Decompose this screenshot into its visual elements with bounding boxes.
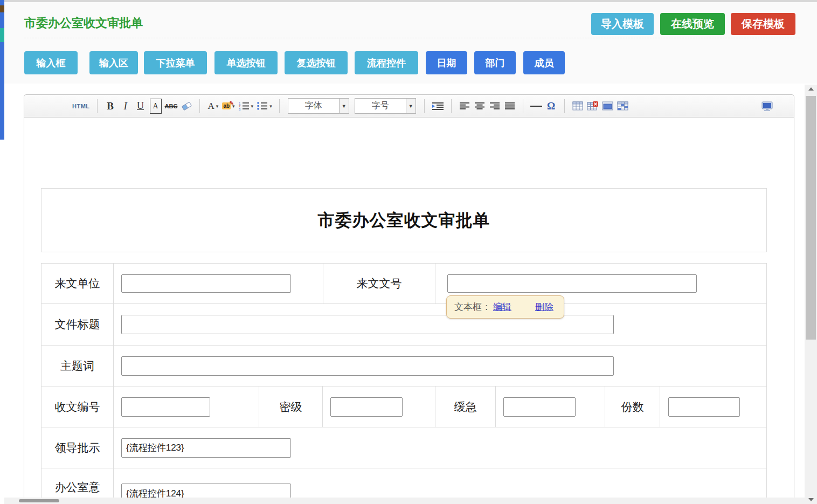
html-source-button[interactable]: HTML <box>72 99 90 114</box>
widget-button-date[interactable]: 日期 <box>426 51 467 74</box>
widget-button-member[interactable]: 成员 <box>523 51 565 74</box>
widget-action-tooltip: 文本框： 编辑 删除 <box>446 295 564 319</box>
fullscreen-icon <box>761 101 773 111</box>
font-family-value: 字体 <box>288 99 339 113</box>
table-properties-button[interactable] <box>602 99 614 114</box>
font-size-select[interactable]: 字号 ▼ <box>355 98 416 114</box>
widget-button-input-box[interactable]: 输入框 <box>24 51 78 74</box>
content-area: HTML B I U A ABC A <box>4 84 805 498</box>
widget-button-flow-control[interactable]: 流程控件 <box>355 51 418 74</box>
widget-button-dropdown[interactable]: 下拉菜单 <box>144 51 207 74</box>
eraser-icon <box>181 101 192 111</box>
align-justify-button[interactable] <box>504 99 516 114</box>
receipt-number-input[interactable] <box>121 397 210 417</box>
unordered-list-button[interactable]: ▾ <box>257 99 272 114</box>
editor-toolbar: HTML B I U A ABC A <box>24 95 794 118</box>
insert-table-button[interactable] <box>572 99 584 114</box>
widget-button-department[interactable]: 部门 <box>474 51 516 74</box>
align-center-button[interactable] <box>474 99 486 114</box>
strikethrough-button[interactable]: ABC <box>165 99 178 114</box>
widget-button-checkbox[interactable]: 复选按钮 <box>285 51 348 74</box>
font-family-select[interactable]: 字体 ▼ <box>288 98 349 114</box>
delete-table-button[interactable] <box>587 99 599 114</box>
label-incoming-unit: 来文单位 <box>41 264 113 303</box>
table-row: 主题词 <box>41 345 766 386</box>
rich-text-editor: HTML B I U A ABC A <box>24 94 794 498</box>
widget-button-textarea[interactable]: 输入区 <box>89 51 138 74</box>
special-char-button[interactable]: Ω <box>545 99 557 114</box>
arrow-up-icon <box>808 87 814 91</box>
underline-button[interactable]: U <box>135 99 147 114</box>
editor-document[interactable]: 市委办公室收文审批单 来文单位 来文文号 <box>24 118 794 498</box>
align-justify-icon <box>504 102 515 110</box>
table-row: 办公室意 <box>41 468 766 498</box>
style-box-button[interactable]: A <box>150 99 162 114</box>
scroll-up-button[interactable] <box>805 85 817 93</box>
import-template-button[interactable]: 导入模板 <box>591 13 654 35</box>
fullscreen-button[interactable] <box>761 99 773 114</box>
chevron-down-icon: ▼ <box>406 99 416 113</box>
label-leader-instructions: 领导批示 <box>41 427 113 468</box>
document-title: 市委办公室收文审批单 <box>318 209 490 232</box>
ordered-list-icon: 1 2 3 <box>238 101 250 111</box>
cell <box>113 304 766 345</box>
cell <box>113 468 766 498</box>
cell-properties-button[interactable] <box>617 99 629 114</box>
table-properties-icon <box>602 101 613 111</box>
horizontal-scrollbar-thumb[interactable] <box>19 499 59 502</box>
eraser-button[interactable] <box>181 99 192 114</box>
security-level-input[interactable] <box>330 397 403 417</box>
edit-link[interactable]: 编辑 <box>493 301 511 313</box>
scroll-down-button[interactable] <box>805 495 817 504</box>
toolbar-separator <box>279 99 280 113</box>
font-color-button[interactable]: A ▾ <box>207 99 219 114</box>
delete-link[interactable]: 删除 <box>535 301 553 313</box>
urgency-input[interactable] <box>503 397 576 417</box>
font-color-letter: A <box>207 101 214 112</box>
chevron-down-icon: ▾ <box>216 103 219 109</box>
label-subject-words: 主题词 <box>41 346 113 386</box>
chevron-down-icon: ▾ <box>251 103 254 109</box>
vertical-scrollbar-thumb[interactable] <box>806 96 816 340</box>
toolbar-separator <box>199 99 200 113</box>
cell <box>322 386 435 427</box>
leader-instructions-input[interactable] <box>121 438 291 458</box>
chevron-down-icon: ▼ <box>339 99 349 113</box>
incoming-unit-input[interactable] <box>121 274 291 293</box>
incoming-doc-number-input[interactable] <box>447 274 697 293</box>
align-left-button[interactable] <box>459 99 470 114</box>
vertical-scrollbar[interactable] <box>805 85 817 504</box>
horizontal-rule-button[interactable] <box>530 99 542 114</box>
widget-button-radio[interactable]: 单选按钮 <box>214 51 278 74</box>
online-preview-button[interactable]: 在线预览 <box>660 13 725 35</box>
bold-button[interactable]: B <box>105 99 116 114</box>
table-row: 领导批示 <box>41 427 766 468</box>
highlight-color-button[interactable]: ab✎ ▾ <box>222 99 234 114</box>
office-opinion-input[interactable] <box>121 484 291 498</box>
svg-text:3: 3 <box>239 108 241 111</box>
cell <box>495 386 605 427</box>
dashed-divider <box>24 38 800 38</box>
ordered-list-button[interactable]: 1 2 3 ▾ <box>238 99 254 114</box>
cell-properties-icon <box>617 101 628 111</box>
label-receipt-number: 收文编号 <box>41 386 113 427</box>
copies-input[interactable] <box>668 397 740 417</box>
arrow-down-icon <box>808 498 814 501</box>
italic-button[interactable]: I <box>120 99 131 114</box>
partial-app-icon <box>0 5 4 12</box>
indent-button[interactable] <box>432 99 444 114</box>
cell <box>113 264 323 303</box>
horizontal-scrollbar[interactable] <box>4 498 805 504</box>
align-right-button[interactable] <box>489 99 501 114</box>
label-urgency: 缓急 <box>435 386 495 427</box>
cell <box>660 386 766 427</box>
toolbar-separator <box>424 99 425 113</box>
indent-icon <box>432 102 444 111</box>
unordered-list-icon <box>257 101 268 111</box>
save-template-button[interactable]: 保存模板 <box>731 13 795 35</box>
partial-app-icon <box>0 28 4 42</box>
subject-words-input[interactable] <box>121 356 614 376</box>
chevron-down-icon: ▾ <box>269 103 272 109</box>
page-title: 市委办公室收文审批单 <box>24 15 143 31</box>
label-office-opinion: 办公室意 <box>41 468 113 498</box>
